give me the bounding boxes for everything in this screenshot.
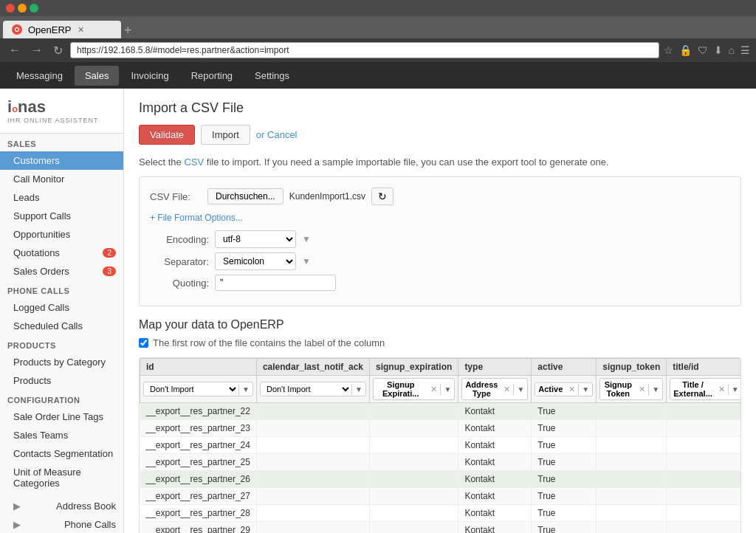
close-button[interactable] (6, 4, 15, 13)
forward-button[interactable]: → (28, 42, 46, 58)
cell-calendar (256, 471, 369, 488)
filter-type[interactable]: Address Type ✕ ▼ (458, 376, 532, 403)
cell-active: True (532, 488, 597, 505)
sidebar-item-products[interactable]: Products (0, 371, 123, 390)
quoting-input[interactable] (215, 275, 336, 291)
browse-button[interactable]: Durchsuchen... (207, 188, 284, 204)
cell-active: True (532, 403, 597, 420)
home-icon[interactable]: ⌂ (729, 44, 735, 56)
sidebar-item-sales-teams[interactable]: Sales Teams (0, 426, 123, 444)
nav-settings[interactable]: Settings (244, 66, 300, 86)
cell-title-id (667, 403, 741, 420)
sidebar-item-products-by-category[interactable]: Products by Category (0, 353, 123, 371)
first-row-checkbox[interactable] (139, 338, 148, 348)
sidebar-item-leads[interactable]: Leads (0, 188, 123, 207)
content-inner: Import a CSV File Validate Import or Can… (124, 89, 756, 533)
cell-id: __export__res_partner_27 (140, 488, 257, 505)
new-tab-button[interactable]: + (124, 23, 132, 38)
col-type: type (458, 359, 532, 376)
sidebar-item-customers[interactable]: Customers (0, 151, 123, 170)
minimize-button[interactable] (18, 4, 27, 13)
filter-signup-token-clear[interactable]: ✕ (636, 383, 648, 396)
nav-messaging[interactable]: Messaging (6, 66, 73, 86)
back-button[interactable]: ← (6, 42, 24, 58)
import-button[interactable]: Import (201, 125, 250, 145)
filter-signup-exp-dropdown[interactable]: ▼ (440, 384, 454, 395)
nav-sales[interactable]: Sales (75, 66, 120, 86)
nav-reporting[interactable]: Reporting (181, 66, 243, 86)
tab-close-button[interactable]: ✕ (78, 25, 84, 35)
sidebar: ionas IHR ONLINE ASSISTENT Sales Custome… (0, 89, 124, 533)
cell-type: Kontakt (458, 488, 532, 505)
cell-signup-exp (370, 488, 458, 505)
shield-icon[interactable]: 🛡 (698, 44, 708, 56)
filter-active[interactable]: Active ✕ ▼ (532, 376, 597, 403)
separator-dropdown-icon: ▼ (302, 256, 311, 266)
cell-signup-exp (370, 437, 458, 454)
csv-link[interactable]: CSV (184, 157, 206, 168)
sidebar-item-unit-measure[interactable]: Unit of Measure Categories (0, 463, 123, 492)
sidebar-item-scheduled-calls[interactable]: Scheduled Calls (0, 317, 123, 335)
sidebar-item-sales-orders[interactable]: Sales Orders 3 (0, 262, 123, 281)
sidebar-item-contacts-segmentation[interactable]: Contacts Segmentation (0, 444, 123, 463)
filter-signup-exp-value: Signup Expirati... (374, 379, 427, 399)
filter-active-value: Active (535, 383, 566, 395)
filter-id-select[interactable]: Don't Import (144, 382, 238, 396)
cell-active: True (532, 454, 597, 471)
sidebar-item-support-calls[interactable]: Support Calls (0, 207, 123, 225)
filter-signup-token-dropdown[interactable]: ▼ (648, 384, 662, 395)
filter-active-dropdown[interactable]: ▼ (578, 384, 592, 395)
filter-signup-exp[interactable]: Signup Expirati... ✕ ▼ (370, 376, 458, 403)
filter-type-clear[interactable]: ✕ (501, 383, 513, 396)
separator-label: Separator: (150, 256, 209, 267)
cell-calendar (256, 403, 369, 420)
cell-title-id (667, 437, 741, 454)
reload-button[interactable]: ↻ (50, 42, 66, 59)
bookmark-icon[interactable]: ☆ (664, 44, 673, 56)
filter-calendar-select[interactable]: Don't Import (261, 382, 351, 396)
filter-calendar[interactable]: Don't Import ▼ (256, 376, 369, 403)
format-options-link[interactable]: + File Format Options... (150, 213, 730, 223)
filter-active-clear[interactable]: ✕ (566, 383, 578, 396)
encoding-select[interactable]: utf-8 latin-1 (215, 230, 296, 248)
cell-type: Kontakt (458, 454, 532, 471)
filter-id-dropdown[interactable]: ▼ (238, 384, 252, 395)
url-input[interactable] (70, 42, 659, 58)
filter-title-id[interactable]: Title / External... ✕ ▼ (667, 376, 741, 403)
filter-signup-exp-clear[interactable]: ✕ (427, 383, 440, 396)
cell-signup-exp (370, 505, 458, 522)
download-icon[interactable]: ⬇ (714, 44, 723, 56)
table-row: __export__res_partner_29 Kontakt True (140, 522, 742, 534)
filter-calendar-dropdown[interactable]: ▼ (351, 384, 365, 395)
sidebar-item-sale-order-line-tags[interactable]: Sale Order Line Tags (0, 408, 123, 426)
sidebar-item-phone-calls-collapsed[interactable]: ▶ Phone Calls (0, 515, 123, 533)
filter-type-dropdown[interactable]: ▼ (513, 384, 527, 395)
encoding-dropdown-icon: ▼ (302, 234, 311, 244)
filter-type-value: Address Type (462, 379, 501, 399)
cancel-button[interactable]: or Cancel (256, 129, 298, 140)
sidebar-item-logged-calls[interactable]: Logged Calls (0, 298, 123, 317)
maximize-button[interactable] (30, 4, 38, 13)
file-refresh-button[interactable]: ↻ (371, 188, 394, 205)
nav-invoicing[interactable]: Invoicing (120, 66, 179, 86)
col-id: id (140, 359, 257, 376)
browser-tab-active[interactable]: O OpenERP ✕ (3, 21, 121, 38)
sidebar-section-products: Products (0, 335, 123, 353)
filter-id[interactable]: Don't Import ▼ (140, 376, 257, 403)
validate-button[interactable]: Validate (139, 125, 195, 145)
lock-icon[interactable]: 🔒 (679, 44, 692, 56)
sidebar-item-quotations[interactable]: Quotations 2 (0, 244, 123, 262)
sidebar-item-address-book[interactable]: ▶ Address Book (0, 497, 123, 515)
menu-icon[interactable]: ☰ (740, 44, 750, 56)
window-controls[interactable] (6, 4, 38, 13)
filter-title-id-dropdown[interactable]: ▼ (728, 384, 741, 395)
sidebar-item-opportunities[interactable]: Opportunities (0, 225, 123, 244)
cell-type: Kontakt (458, 420, 532, 437)
sidebar-item-call-monitor[interactable]: Call Monitor (0, 170, 123, 188)
separator-select[interactable]: Semicolon Comma Tab (215, 252, 296, 270)
col-title-id: title/id (667, 359, 741, 376)
filter-title-id-clear[interactable]: ✕ (715, 383, 728, 396)
filter-signup-token[interactable]: Signup Token ✕ ▼ (597, 376, 667, 403)
content-area: Import a CSV File Validate Import or Can… (124, 89, 756, 533)
cell-title-id (667, 454, 741, 471)
